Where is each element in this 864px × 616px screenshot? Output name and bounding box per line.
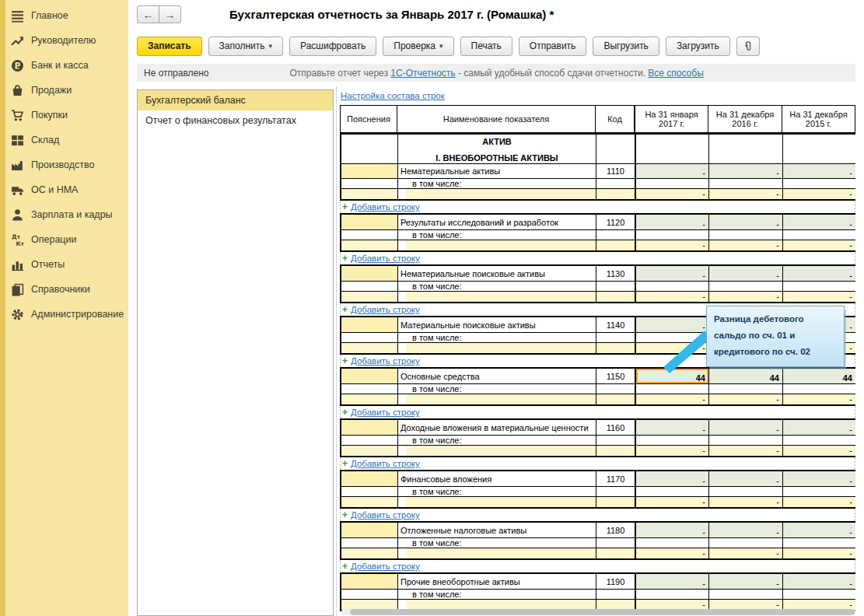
value-cell[interactable]: - [635, 291, 708, 302]
including-label-cell[interactable]: в том числе: [397, 589, 596, 599]
sidebar-item-rukovoditelyu[interactable]: Руководителю [0, 28, 128, 53]
code-cell[interactable] [596, 188, 635, 199]
explanation-cell[interactable] [341, 589, 397, 599]
detail-name-cell[interactable] [397, 599, 596, 610]
explanation-cell[interactable] [341, 188, 397, 199]
value-cell[interactable]: - [708, 266, 782, 281]
value-cell[interactable]: 44 [708, 369, 782, 383]
value-cell[interactable]: - [782, 471, 855, 486]
code-cell[interactable] [596, 394, 635, 404]
service-link[interactable]: 1С-Отчетность [390, 68, 455, 79]
sidebar-item-os-i-nma[interactable]: ОС и НМА [0, 177, 128, 202]
including-label-cell[interactable]: в том числе: [397, 281, 596, 291]
value-cell[interactable] [635, 383, 708, 394]
value-cell[interactable]: - [635, 496, 708, 507]
detail-name-cell[interactable] [397, 394, 596, 404]
value-cell[interactable] [782, 537, 855, 548]
explanation-cell[interactable] [341, 342, 397, 353]
value-cell[interactable] [635, 229, 708, 240]
value-cell[interactable] [782, 383, 855, 394]
value-cell[interactable]: - [708, 471, 782, 486]
explanation-cell[interactable] [341, 281, 397, 291]
value-cell[interactable]: - [782, 188, 855, 199]
add-row-link[interactable]: Добавить строку [351, 202, 420, 212]
explanation-cell[interactable] [341, 445, 397, 456]
value-cell[interactable]: - [635, 523, 708, 537]
explanation-cell[interactable] [341, 240, 397, 250]
explanation-cell[interactable] [341, 163, 397, 178]
sidebar-item-glavnoe[interactable]: Главное [0, 3, 128, 28]
value-cell[interactable]: - [635, 215, 708, 229]
explanation-cell[interactable] [341, 383, 397, 394]
value-cell[interactable]: - [782, 496, 855, 507]
code-cell[interactable]: 1140 [596, 317, 635, 332]
value-cell[interactable]: - [708, 188, 782, 199]
value-cell[interactable] [635, 435, 708, 445]
indicator-name-cell[interactable]: Нематериальные поисковые активы [397, 266, 596, 281]
value-cell[interactable]: - [708, 523, 782, 537]
sidebar-item-otchety[interactable]: Отчеты [0, 252, 128, 277]
explanation-cell[interactable] [341, 420, 397, 435]
value-cell[interactable]: - [635, 394, 708, 404]
value-cell[interactable]: - [635, 574, 708, 589]
value-cell[interactable]: 44 [782, 369, 855, 383]
value-cell[interactable]: - [635, 445, 708, 456]
detail-name-cell[interactable] [397, 496, 596, 507]
value-cell[interactable]: - [782, 291, 855, 302]
explanation-cell[interactable] [341, 369, 397, 383]
add-row-link[interactable]: Добавить строку [351, 408, 420, 417]
code-cell[interactable]: 1130 [596, 266, 635, 281]
indicator-name-cell[interactable]: Материальные поисковые активы [397, 317, 596, 332]
code-cell[interactable] [596, 240, 635, 250]
indicator-name-cell[interactable]: Отложенные налоговые активы [397, 523, 596, 537]
check-button[interactable]: Проверка▾ [383, 37, 453, 56]
attach-button[interactable] [736, 37, 760, 56]
code-cell[interactable] [596, 486, 635, 496]
value-cell[interactable]: - [782, 240, 855, 250]
code-cell[interactable]: 1110 [596, 163, 635, 178]
code-cell[interactable] [596, 599, 635, 610]
code-cell[interactable] [596, 537, 635, 548]
value-cell[interactable] [708, 383, 782, 394]
add-row-link[interactable]: Добавить строку [351, 254, 420, 263]
sidebar-item-zarplata-i-kadry[interactable]: Зарплата и кадры [0, 202, 128, 227]
value-cell[interactable] [635, 281, 708, 291]
value-cell[interactable]: - [782, 266, 855, 281]
report-list-item[interactable]: Отчет о финансовых результатах [138, 110, 333, 131]
value-cell[interactable] [782, 178, 855, 188]
code-cell[interactable] [596, 342, 635, 353]
value-cell[interactable]: - [708, 548, 782, 558]
code-cell[interactable]: 1180 [596, 523, 635, 537]
value-cell[interactable] [782, 486, 855, 496]
including-label-cell[interactable]: в том числе: [397, 332, 596, 342]
code-cell[interactable]: 1190 [596, 574, 635, 589]
value-cell[interactable] [708, 486, 782, 496]
value-cell[interactable]: - [708, 291, 782, 302]
value-cell[interactable]: - [708, 445, 782, 456]
explanation-cell[interactable] [341, 229, 397, 240]
save-button[interactable]: Записать [137, 37, 202, 56]
value-cell[interactable]: - [708, 420, 782, 435]
fill-button[interactable]: Заполнить▾ [208, 37, 283, 56]
value-cell[interactable] [782, 435, 855, 445]
value-cell[interactable]: - [635, 599, 708, 610]
indicator-name-cell[interactable]: Результаты исследований и разработок [397, 215, 596, 229]
value-cell[interactable]: - [708, 599, 782, 610]
sidebar-item-bank-i-kassa[interactable]: PБанк и касса [0, 53, 128, 78]
including-label-cell[interactable]: в том числе: [397, 229, 596, 240]
explanation-cell[interactable] [341, 574, 397, 589]
explanation-cell[interactable] [341, 317, 397, 332]
value-cell[interactable]: - [635, 471, 708, 486]
value-cell[interactable]: - [708, 496, 782, 507]
sidebar-item-administrirovanie[interactable]: Администрирование [0, 302, 128, 327]
indicator-name-cell[interactable]: Нематериальные активы [397, 163, 596, 178]
code-cell[interactable]: 1120 [596, 215, 635, 229]
sidebar-item-sklad[interactable]: Склад [0, 128, 128, 152]
row-settings-link[interactable]: Настройка состава строк [341, 91, 445, 100]
code-cell[interactable] [596, 291, 635, 302]
decipher-button[interactable]: Расшифровать [289, 37, 376, 56]
code-cell[interactable] [596, 435, 635, 445]
code-cell[interactable] [596, 281, 635, 291]
code-cell[interactable] [596, 229, 635, 240]
explanation-cell[interactable] [341, 332, 397, 342]
